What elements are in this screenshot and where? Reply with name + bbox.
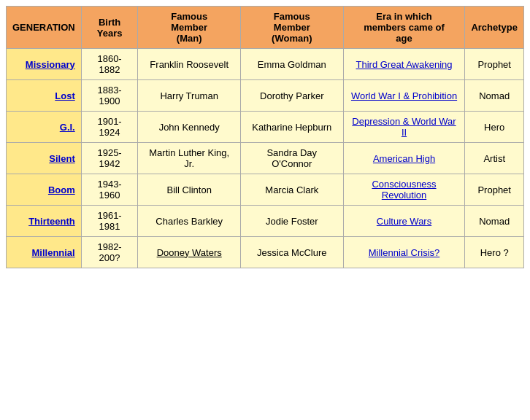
archetype-cell: Prophet bbox=[465, 174, 524, 206]
archetype-cell: Artist bbox=[465, 143, 524, 174]
era-link[interactable]: Culture Wars bbox=[377, 216, 431, 227]
era-link[interactable]: Depression & World War II bbox=[352, 116, 456, 138]
era-cell: Consciousness Revolution bbox=[343, 174, 465, 206]
era-cell: Culture Wars bbox=[343, 206, 465, 237]
birth-years-cell: 1901-1924 bbox=[81, 112, 138, 143]
generation-cell: Millennial bbox=[7, 237, 82, 268]
generation-cell: Thirteenth bbox=[7, 206, 82, 237]
famous-woman-cell: Sandra Day O'Connor bbox=[240, 143, 343, 174]
col-famous-man: FamousMember(Man) bbox=[138, 7, 241, 49]
table-row: G.I.1901-1924John KennedyKatharine Hepbu… bbox=[7, 112, 524, 143]
archetype-cell: Hero bbox=[465, 112, 524, 143]
col-generation: GENERATION bbox=[7, 7, 82, 49]
famous-man-link[interactable]: Dooney Waters bbox=[157, 247, 222, 258]
famous-man-cell: John Kennedy bbox=[138, 112, 241, 143]
famous-woman-cell: Jodie Foster bbox=[240, 206, 343, 237]
col-birth-years: BirthYears bbox=[81, 7, 138, 49]
col-era: Era in whichmembers came ofage bbox=[343, 7, 465, 49]
table-row: Silent1925-1942Martin Luther King, Jr.Sa… bbox=[7, 143, 524, 174]
table-row: Lost1883-1900Harry TrumanDorothy ParkerW… bbox=[7, 80, 524, 112]
table-row: Boom1943-1960Bill ClintonMarcia ClarkCon… bbox=[7, 174, 524, 206]
generation-link[interactable]: Lost bbox=[55, 90, 74, 101]
era-link[interactable]: Consciousness Revolution bbox=[372, 179, 436, 201]
table-row: Missionary1860-1882Franklin RooseveltEmm… bbox=[7, 49, 524, 80]
generation-link[interactable]: Boom bbox=[48, 184, 75, 195]
famous-woman-cell: Dorothy Parker bbox=[240, 80, 343, 112]
table-row: Thirteenth1961-1981Charles BarkleyJodie … bbox=[7, 206, 524, 237]
birth-years-cell: 1925-1942 bbox=[81, 143, 138, 174]
famous-man-cell: Dooney Waters bbox=[138, 237, 241, 268]
generation-cell: Boom bbox=[7, 174, 82, 206]
header-row: GENERATION BirthYears FamousMember(Man) … bbox=[7, 7, 524, 49]
famous-man-cell: Bill Clinton bbox=[138, 174, 241, 206]
famous-man-cell: Harry Truman bbox=[138, 80, 241, 112]
archetype-cell: Prophet bbox=[465, 49, 524, 80]
generation-link[interactable]: Silent bbox=[49, 153, 74, 164]
generation-link[interactable]: Millennial bbox=[31, 247, 74, 258]
birth-years-cell: 1883-1900 bbox=[81, 80, 138, 112]
famous-man-cell: Franklin Roosevelt bbox=[138, 49, 241, 80]
generation-cell: Lost bbox=[7, 80, 82, 112]
famous-man-cell: Charles Barkley bbox=[138, 206, 241, 237]
era-cell: Depression & World War II bbox=[343, 112, 465, 143]
famous-woman-cell: Jessica McClure bbox=[240, 237, 343, 268]
archetype-cell: Nomad bbox=[465, 80, 524, 112]
generation-cell: Silent bbox=[7, 143, 82, 174]
famous-woman-cell: Emma Goldman bbox=[240, 49, 343, 80]
generation-cell: G.I. bbox=[7, 112, 82, 143]
birth-years-cell: 1943-1960 bbox=[81, 174, 138, 206]
col-archetype: Archetype bbox=[465, 7, 524, 49]
era-cell: Millennial Crisis? bbox=[343, 237, 465, 268]
era-cell: Third Great Awakening bbox=[343, 49, 465, 80]
era-cell: World War I & Prohibition bbox=[343, 80, 465, 112]
famous-woman-cell: Marcia Clark bbox=[240, 174, 343, 206]
generation-link[interactable]: G.I. bbox=[60, 122, 75, 133]
era-cell: American High bbox=[343, 143, 465, 174]
col-famous-woman: FamousMember(Woman) bbox=[240, 7, 343, 49]
table-row: Millennial1982-200?Dooney WatersJessica … bbox=[7, 237, 524, 268]
era-link[interactable]: Third Great Awakening bbox=[356, 59, 453, 70]
generation-link[interactable]: Missionary bbox=[26, 59, 75, 70]
era-link[interactable]: World War I & Prohibition bbox=[351, 90, 457, 101]
generations-table: GENERATION BirthYears FamousMember(Man) … bbox=[6, 6, 524, 268]
birth-years-cell: 1961-1981 bbox=[81, 206, 138, 237]
birth-years-cell: 1860-1882 bbox=[81, 49, 138, 80]
famous-man-cell: Martin Luther King, Jr. bbox=[138, 143, 241, 174]
famous-woman-cell: Katharine Hepburn bbox=[240, 112, 343, 143]
birth-years-cell: 1982-200? bbox=[81, 237, 138, 268]
generation-link[interactable]: Thirteenth bbox=[28, 216, 75, 227]
archetype-cell: Nomad bbox=[465, 206, 524, 237]
archetype-cell: Hero ? bbox=[465, 237, 524, 268]
generation-cell: Missionary bbox=[7, 49, 82, 80]
era-link[interactable]: Millennial Crisis? bbox=[369, 247, 440, 258]
era-link[interactable]: American High bbox=[373, 153, 435, 164]
